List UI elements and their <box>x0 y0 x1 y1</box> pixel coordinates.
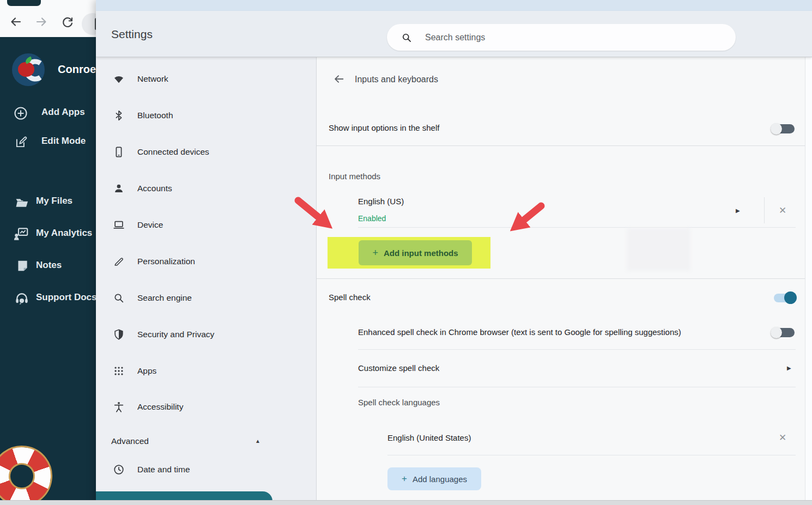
settings-window: Settings Network Bluetooth Connected dev… <box>96 0 812 505</box>
add-input-methods-button[interactable]: + Add input methods <box>359 240 472 265</box>
nav-item-accounts[interactable]: Accounts <box>96 180 316 197</box>
brush-icon <box>113 255 125 267</box>
browser-tab[interactable] <box>7 0 41 6</box>
headset-icon <box>14 291 29 308</box>
nav-item-advanced[interactable]: Advanced ▲ <box>96 433 316 450</box>
window-top-strip <box>96 0 812 11</box>
sidebar-item-label: My Files <box>36 196 72 206</box>
sidebar-item-label: Support Docs <box>36 292 96 303</box>
apple-logo-icon <box>18 62 34 77</box>
nav-item-search-engine[interactable]: Search engine <box>96 289 316 307</box>
spell-check-label: Spell check <box>329 293 371 302</box>
note-icon <box>15 259 29 275</box>
divider <box>317 145 812 146</box>
bluetooth-icon <box>113 109 125 121</box>
enhanced-spell-check-toggle[interactable] <box>771 326 795 339</box>
screen-bottom-strip <box>0 500 812 505</box>
nav-item-label: Personalization <box>137 253 195 270</box>
remove-language-button[interactable]: ✕ <box>779 433 786 442</box>
sidebar-item-support-docs[interactable]: Support Docs <box>0 290 96 307</box>
smartphone-icon <box>113 146 125 158</box>
divider <box>387 455 796 455</box>
wifi-icon <box>113 73 125 85</box>
input-method-status: Enabled <box>358 214 386 223</box>
show-input-options-toggle[interactable] <box>771 122 795 135</box>
content-panel: Inputs and keyboards Show input options … <box>317 57 812 505</box>
spell-check-toggle[interactable] <box>773 291 797 304</box>
customize-chevron-icon[interactable]: ▶ <box>787 365 791 371</box>
sidebar-item-edit-mode[interactable]: Edit Mode <box>0 133 96 151</box>
nav-item-label: Date and time <box>137 461 190 478</box>
add-languages-label: Add languages <box>413 474 467 484</box>
caret-up-icon: ▲ <box>255 433 260 450</box>
add-input-methods-label: Add input methods <box>384 248 458 258</box>
input-method-chevron-icon[interactable]: ▶ <box>736 208 740 214</box>
clock-icon <box>113 464 125 476</box>
browser-toolbar <box>0 0 96 37</box>
person-icon <box>113 182 125 194</box>
sidebar-item-notes[interactable]: Notes <box>0 258 96 275</box>
person-chart-icon <box>13 226 29 245</box>
divider <box>764 197 765 223</box>
settings-search[interactable] <box>387 24 736 51</box>
input-method-name: English (US) <box>358 197 404 206</box>
sidebar-item-label: Add Apps <box>41 107 85 118</box>
settings-nav: Network Bluetooth Connected devices Acco… <box>96 57 316 505</box>
brand-avatar[interactable] <box>12 53 45 86</box>
nav-item-label: Device <box>137 216 163 234</box>
page-back-button[interactable] <box>330 70 348 89</box>
enhanced-spell-check-label: Enhanced spell check in Chrome browser (… <box>358 327 681 337</box>
magnifier-icon <box>113 292 125 304</box>
brand-name: Conroe <box>58 63 96 76</box>
nav-item-label: Apps <box>137 362 156 380</box>
divider <box>358 349 796 350</box>
nav-item-personalization[interactable]: Personalization <box>96 253 316 270</box>
nav-item-device[interactable]: Device <box>96 216 316 234</box>
divider <box>358 227 796 228</box>
shield-icon <box>113 328 125 340</box>
back-arrow-icon <box>333 73 345 87</box>
nav-item-label: Connected devices <box>137 143 209 161</box>
search-input[interactable] <box>424 32 707 43</box>
add-languages-button[interactable]: + Add languages <box>387 467 481 490</box>
nav-item-security-privacy[interactable]: Security and Privacy <box>96 326 316 343</box>
divider <box>317 278 812 279</box>
redacted-region <box>627 228 690 271</box>
search-icon <box>401 32 412 43</box>
nav-item-bluetooth[interactable]: Bluetooth <box>96 107 316 124</box>
sidebar-item-my-files[interactable]: My Files <box>0 193 96 211</box>
sidebar-item-my-analytics[interactable]: My Analytics <box>0 226 96 243</box>
accessibility-icon <box>113 401 125 413</box>
edit-pencil-icon <box>14 135 28 151</box>
nav-item-network[interactable]: Network <box>96 70 316 88</box>
reload-icon <box>61 15 74 30</box>
show-input-options-label: Show input options in the shelf <box>329 123 439 132</box>
input-methods-heading: Input methods <box>329 172 380 181</box>
spell-check-language-item: English (United States) <box>387 433 471 442</box>
plus-circle-icon <box>13 106 28 123</box>
nav-item-label: Bluetooth <box>137 107 173 124</box>
nav-item-date-time[interactable]: Date and time <box>96 461 316 478</box>
nav-item-apps[interactable]: Apps <box>96 362 316 380</box>
spell-check-languages-heading: Spell check languages <box>358 398 440 407</box>
back-arrow-icon <box>9 15 22 30</box>
sidebar-item-add-apps[interactable]: Add Apps <box>0 105 96 122</box>
nav-item-connected-devices[interactable]: Connected devices <box>96 143 316 161</box>
forward-button[interactable] <box>32 13 51 32</box>
laptop-icon <box>113 219 125 231</box>
screen: Conroe Add Apps Edit Mode My Files My An… <box>0 0 812 505</box>
back-button[interactable] <box>7 13 25 32</box>
scrollbar[interactable] <box>805 57 812 505</box>
plus-icon: + <box>402 473 407 484</box>
settings-title: Settings <box>111 28 153 41</box>
nav-item-accessibility[interactable]: Accessibility <box>96 398 316 416</box>
nav-item-label: Network <box>137 70 168 88</box>
nav-item-label: Security and Privacy <box>137 326 214 343</box>
page-title: Inputs and keyboards <box>355 75 438 84</box>
reload-button[interactable] <box>58 13 77 32</box>
sidebar-item-label: Edit Mode <box>41 136 86 147</box>
sidebar-item-label: Notes <box>36 260 62 271</box>
advanced-label: Advanced <box>111 433 149 450</box>
plus-icon: + <box>372 247 378 259</box>
remove-input-method-button[interactable]: ✕ <box>779 206 786 215</box>
